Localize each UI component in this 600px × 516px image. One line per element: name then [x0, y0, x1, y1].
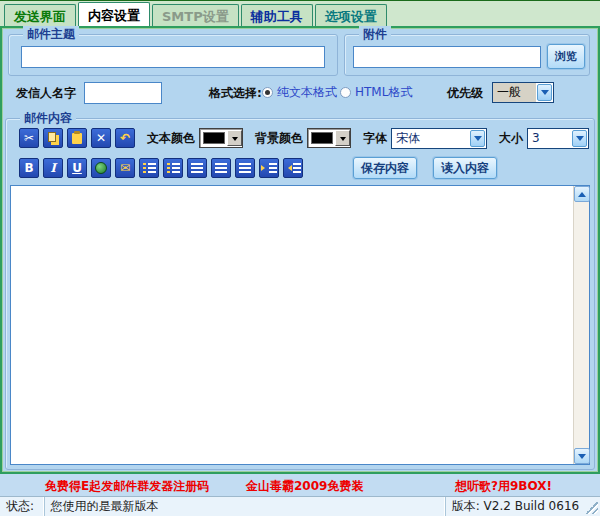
- indent-icon[interactable]: [259, 158, 279, 178]
- scroll-down-icon[interactable]: [574, 448, 590, 464]
- copy-icon[interactable]: [43, 128, 63, 148]
- subject-group-title: 邮件主题: [23, 26, 79, 43]
- resize-grip[interactable]: [585, 501, 598, 514]
- align-center-icon[interactable]: [211, 158, 231, 178]
- editor-scrollbar[interactable]: [573, 186, 589, 464]
- subject-input[interactable]: [21, 46, 325, 68]
- insert-link-icon[interactable]: [91, 158, 111, 178]
- priority-combobox[interactable]: 一般: [492, 82, 554, 103]
- priority-value: 一般: [493, 83, 536, 102]
- mail-content-groupbox: 邮件内容 ✂ ✕ ↶ 文本颜色 背景颜色 字体: [5, 118, 595, 470]
- tab-option-settings[interactable]: 选项设置: [315, 4, 387, 26]
- bullet-list-glyph: [167, 163, 180, 174]
- promo-link-9box[interactable]: 想听歌?用9BOX!: [455, 478, 552, 495]
- chevron-down-icon[interactable]: [537, 84, 552, 101]
- outdent-bars-glyph: [293, 163, 301, 174]
- content-settings-page: 邮件主题 附件 浏览 发信人名字 格式选择: 纯文本格式 HTML格式 优先级: [0, 26, 600, 474]
- chevron-down-icon[interactable]: [470, 130, 485, 147]
- text-color-label: 文本颜色: [147, 130, 195, 147]
- chevron-down-icon[interactable]: [335, 130, 350, 146]
- format-toolbar-2: B I U ✉ 保存内容 读入内容: [19, 157, 497, 179]
- mail-content-group-title: 邮件内容: [20, 110, 76, 127]
- format-select-label: 格式选择:: [209, 85, 262, 102]
- status-bar: 状态: 您使用的是最新版本 版本: V2.2 Build 0616: [0, 496, 600, 516]
- chevron-down-icon[interactable]: [227, 130, 242, 146]
- mail-body-editor-frame: [10, 185, 590, 465]
- tab-content-settings[interactable]: 内容设置: [78, 2, 150, 26]
- indent-bars-glyph: [269, 163, 277, 174]
- status-label: 状态:: [0, 497, 44, 516]
- attachment-group-title: 附件: [359, 26, 391, 43]
- save-content-button[interactable]: 保存内容: [353, 157, 417, 179]
- promo-link-antivirus[interactable]: 金山毒霸2009免费装: [246, 478, 363, 495]
- bold-icon[interactable]: B: [19, 158, 39, 178]
- copy-glyph: [48, 132, 56, 142]
- promo-link-register[interactable]: 免费得E起发邮件群发器注册码: [45, 478, 209, 495]
- mail-link-icon[interactable]: ✉: [115, 158, 135, 178]
- bullet-list-icon[interactable]: [163, 158, 183, 178]
- size-value: 3: [528, 131, 571, 145]
- tab-send-screen[interactable]: 发送界面: [4, 4, 76, 26]
- align-center-glyph: [215, 163, 227, 174]
- bg-color-combobox[interactable]: [307, 128, 351, 148]
- size-label: 大小: [499, 130, 523, 147]
- load-content-button[interactable]: 读入内容: [433, 157, 497, 179]
- undo-icon[interactable]: ↶: [115, 128, 135, 148]
- attachment-input[interactable]: [353, 46, 541, 68]
- italic-icon[interactable]: I: [43, 158, 63, 178]
- status-message: 您使用的是最新版本: [44, 497, 445, 516]
- radio-html[interactable]: HTML格式: [340, 84, 412, 101]
- font-label: 字体: [363, 130, 387, 147]
- sender-row: 发信人名字 格式选择: 纯文本格式 HTML格式 优先级 一般: [2, 80, 598, 106]
- format-toolbar-1: ✂ ✕ ↶ 文本颜色 背景颜色 字体 宋体: [19, 127, 589, 149]
- tab-smtp-settings[interactable]: SMTP设置: [152, 4, 239, 26]
- align-right-icon[interactable]: [235, 158, 255, 178]
- sender-name-label: 发信人名字: [16, 85, 76, 102]
- mass-mailer-window: 发送界面 内容设置 SMTP设置 辅助工具 选项设置 邮件主题 附件 浏览 发信…: [0, 0, 600, 516]
- sender-name-input[interactable]: [84, 82, 162, 104]
- size-combobox[interactable]: 3: [527, 128, 589, 149]
- outdent-arrow-glyph: [285, 165, 292, 171]
- font-value: 宋体: [392, 130, 469, 147]
- text-color-combobox[interactable]: [199, 128, 243, 148]
- radio-plain-text-label: 纯文本格式: [277, 84, 337, 101]
- indent-arrow-glyph: [261, 165, 268, 171]
- promo-links-strip: 免费得E起发邮件群发器注册码 金山毒霸2009免费装 想听歌?用9BOX!: [0, 474, 600, 496]
- ordered-list-icon[interactable]: [139, 158, 159, 178]
- radio-html-circle[interactable]: [340, 87, 351, 98]
- delete-icon[interactable]: ✕: [91, 128, 111, 148]
- globe-glyph: [95, 162, 107, 174]
- paste-icon[interactable]: [67, 128, 87, 148]
- font-combobox[interactable]: 宋体: [391, 128, 487, 149]
- align-left-icon[interactable]: [187, 158, 207, 178]
- radio-plain-text[interactable]: 纯文本格式: [262, 84, 337, 101]
- browse-button[interactable]: 浏览: [547, 44, 585, 69]
- bg-color-label: 背景颜色: [255, 130, 303, 147]
- paste-glyph: [72, 133, 82, 144]
- text-color-swatch: [203, 132, 225, 144]
- outdent-icon[interactable]: [283, 158, 303, 178]
- scroll-up-icon[interactable]: [574, 186, 590, 202]
- align-left-glyph: [191, 163, 203, 174]
- radio-html-label: HTML格式: [355, 84, 412, 101]
- version-text: 版本: V2.2 Build 0616: [445, 497, 585, 516]
- radio-plain-text-circle[interactable]: [262, 87, 273, 98]
- chevron-down-icon[interactable]: [572, 130, 587, 147]
- tab-helper-tools[interactable]: 辅助工具: [241, 4, 313, 26]
- underline-icon[interactable]: U: [67, 158, 87, 178]
- mail-body-editor[interactable]: [11, 186, 573, 464]
- subject-groupbox: 邮件主题: [8, 34, 338, 76]
- attachment-groupbox: 附件 浏览: [344, 34, 590, 76]
- priority-label: 优先级: [447, 85, 483, 102]
- tab-bar: 发送界面 内容设置 SMTP设置 辅助工具 选项设置: [0, 0, 600, 26]
- bg-color-swatch: [311, 132, 333, 144]
- ordered-list-glyph: [143, 163, 156, 174]
- align-right-glyph: [239, 163, 251, 174]
- cut-icon[interactable]: ✂: [19, 128, 39, 148]
